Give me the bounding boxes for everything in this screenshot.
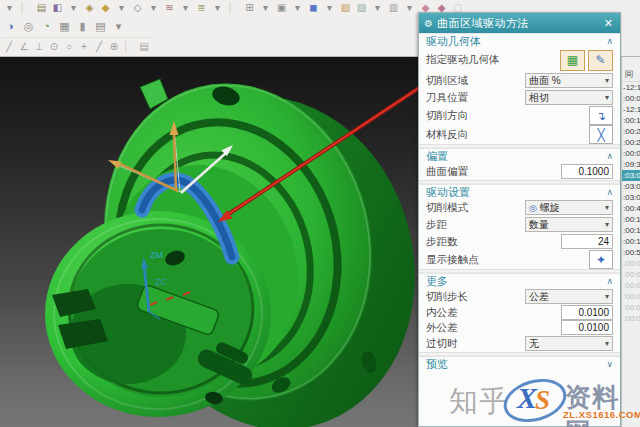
dropdown-icon[interactable]: ▾	[210, 1, 225, 15]
select-icon[interactable]: ◑	[2, 18, 19, 34]
dropdown-icon[interactable]: ▾	[110, 18, 127, 34]
navigator-time-cell[interactable]: -12:1	[622, 82, 640, 93]
grid-points-icon[interactable]: ▦	[56, 18, 73, 34]
clipboard-icon[interactable]: ▤	[137, 40, 151, 54]
operation-navigator-sliver: 间 -12:1 :00:0 -12:1 :00:1 :00:2 :00:2 :0…	[621, 57, 640, 427]
edit-drive-geometry-button[interactable]: ✎	[588, 50, 613, 71]
dropdown-icon[interactable]: ▾	[258, 1, 273, 15]
navigator-time-cell[interactable]: :00:1	[622, 214, 640, 225]
separator[interactable]: ▏	[122, 40, 136, 54]
navigator-time-cell[interactable]: -12:1	[622, 104, 640, 115]
snap-pole-icon[interactable]: ⊥	[32, 40, 46, 54]
navigator-time-cell[interactable]: :00:0	[622, 291, 640, 302]
navigator-time-cell[interactable]: :00:0	[622, 93, 640, 104]
chevron-up-icon: ∧	[606, 187, 613, 197]
table-icon[interactable]: ▤	[92, 18, 109, 34]
tool-position-label: 刀具位置	[426, 91, 468, 105]
annotation-icon[interactable]: ≣	[194, 1, 209, 15]
patch-opening-icon[interactable]: ◈	[82, 1, 97, 15]
gouge-checking-dropdown[interactable]: 无 ▾	[525, 336, 613, 351]
dropdown-icon[interactable]: ▾	[322, 1, 337, 15]
navigator-time-cell[interactable]: :00:0	[622, 313, 640, 324]
cut-step-dropdown[interactable]: 公差 ▾	[525, 289, 613, 304]
dialog-title: 曲面区域驱动方法	[437, 16, 602, 31]
show-contact-points-button[interactable]: ✦	[589, 250, 613, 269]
hatch-icon[interactable]: ≋	[162, 1, 177, 15]
surface-area-drive-method-dialog: ⚙ 曲面区域驱动方法 ✕ 驱动几何体 ∧ 指定驱动几何体 ▦ ✎ 切削区域 曲面…	[418, 12, 621, 427]
navigator-time-cell[interactable]: :00:4	[622, 203, 640, 214]
step-count-input[interactable]: 24	[561, 234, 613, 249]
wireframe-view-icon[interactable]: ▨	[354, 1, 369, 15]
snap-circle-icon[interactable]: ○	[62, 40, 76, 54]
navigator-time-cell[interactable]: :00:0	[622, 280, 640, 291]
section-more[interactable]: 更多 ∧	[419, 273, 620, 288]
navigator-time-cell[interactable]: :00:0	[622, 269, 640, 280]
close-icon[interactable]: ✕	[602, 17, 615, 30]
cut-pattern-dropdown[interactable]: ◎ 螺旋 ▾	[525, 200, 613, 215]
dropdown-icon[interactable]: ▾	[402, 1, 417, 15]
chevron-down-icon: ▾	[605, 76, 609, 85]
snap-intersection-icon[interactable]: +	[77, 40, 91, 54]
sew-icon[interactable]: ◇	[130, 1, 145, 15]
navigator-time-cell[interactable]: :00:1	[622, 236, 640, 247]
material-reverse-button[interactable]: ╳	[589, 125, 613, 144]
section-drive-settings[interactable]: 驱动设置 ∧	[419, 184, 620, 199]
intol-input[interactable]: 0.0100	[561, 305, 613, 320]
navigator-time-cell[interactable]: :00:0	[622, 148, 640, 159]
dropdown-icon[interactable]: ▾	[2, 1, 17, 15]
move-face-icon[interactable]: ◧	[50, 1, 65, 15]
navigator-time-cell[interactable]: :00:0	[622, 258, 640, 269]
specify-drive-geometry-button[interactable]: ▦	[560, 50, 585, 71]
section-drive-geometry[interactable]: 驱动几何体 ∧	[419, 33, 620, 48]
swirl-sheet-icon[interactable]: ◔	[38, 18, 55, 34]
pane-icon[interactable]: ▥	[386, 1, 401, 15]
dropdown-icon[interactable]: ▾	[114, 1, 129, 15]
shaded-view-icon[interactable]: ▧	[338, 1, 353, 15]
navigator-time-cell[interactable]: :00:0	[622, 302, 640, 313]
separator[interactable]: ▏	[226, 1, 241, 15]
snap-node-icon[interactable]: ◎	[20, 18, 37, 34]
navigator-time-cell[interactable]: :00:5	[622, 247, 640, 258]
dropdown-icon[interactable]: ▾	[66, 1, 81, 15]
navigator-rows: -12:1 :00:0 -12:1 :00:1 :00:2 :00:2 :00:…	[622, 82, 640, 324]
navigator-time-cell[interactable]: :00:2	[622, 137, 640, 148]
chevron-down-icon: ▾	[605, 93, 609, 102]
patch-body-icon[interactable]: ◆	[98, 1, 113, 15]
cut-direction-button[interactable]: ↴	[589, 106, 613, 125]
tool-position-dropdown[interactable]: 相切 ▾	[525, 90, 613, 105]
navigator-time-cell[interactable]: :00:1	[622, 225, 640, 236]
bar-icon[interactable]: ▮	[74, 18, 91, 34]
print-icon[interactable]: ▣	[274, 1, 289, 15]
navigator-time-column-header: 间	[622, 69, 640, 82]
snap-point-on-curve-icon[interactable]: ╱	[92, 40, 106, 54]
axis-label-zm: ZM	[150, 250, 163, 260]
layers-icon[interactable]: ▤	[34, 1, 49, 15]
outtol-input[interactable]: 0.0100	[561, 320, 613, 335]
section-preview[interactable]: 预览 ∨	[419, 356, 620, 371]
snap-quadrant-icon[interactable]: ⊕	[107, 40, 121, 54]
navigator-time-cell[interactable]: :03:0	[622, 192, 640, 203]
isometric-view-icon[interactable]: ◼	[306, 1, 321, 15]
dropdown-icon[interactable]: ▾	[370, 1, 385, 15]
dropdown-icon[interactable]: ▾	[290, 1, 305, 15]
snap-endpoint-icon[interactable]: ╱	[2, 40, 16, 54]
chevron-down-icon: ▾	[605, 339, 609, 348]
dropdown-icon[interactable]: ▾	[146, 1, 161, 15]
window-icon[interactable]: ⊞	[242, 1, 257, 15]
snap-point-toolbar: ╱∠⊥⊙○+╱⊕▏▤	[2, 37, 151, 55]
navigator-time-cell[interactable]: :03:0	[622, 181, 640, 192]
dropdown-icon[interactable]: ▾	[178, 1, 193, 15]
navigator-time-cell[interactable]: :00:2	[622, 126, 640, 137]
dialog-title-bar[interactable]: ⚙ 曲面区域驱动方法 ✕	[419, 13, 620, 33]
section-offset[interactable]: 偏置 ∧	[419, 148, 620, 163]
snap-midpoint-icon[interactable]: ∠	[17, 40, 31, 54]
snap-arc-center-icon[interactable]: ⊙	[47, 40, 61, 54]
stepover-dropdown[interactable]: 数量 ▾	[525, 217, 613, 232]
surface-offset-input[interactable]: 0.1000	[561, 164, 613, 179]
navigator-time-cell[interactable]: :09:3	[622, 159, 640, 170]
material-reverse-label: 材料反向	[426, 128, 468, 142]
navigator-time-cell[interactable]: :03:0	[622, 170, 640, 181]
navigator-time-cell[interactable]: :00:1	[622, 115, 640, 126]
separator[interactable]: ▏	[18, 1, 33, 15]
cut-area-dropdown[interactable]: 曲面 % ▾	[525, 73, 613, 88]
